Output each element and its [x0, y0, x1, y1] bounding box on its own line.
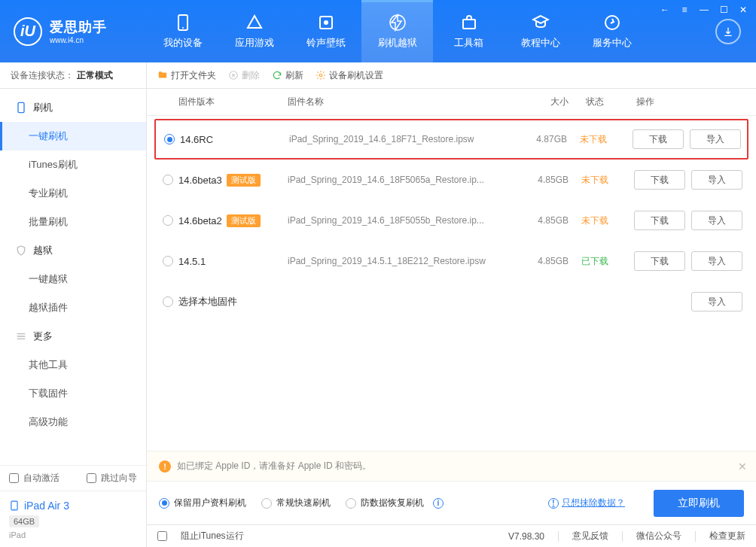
sidebar-item-label: 专业刷机 [29, 187, 68, 200]
sidebar-item[interactable]: 一键越狱 [0, 265, 146, 293]
nav-flash[interactable]: 刷机越狱 [361, 0, 433, 62]
download-circle-icon[interactable] [715, 19, 741, 44]
fw-download-button[interactable]: 下载 [634, 211, 685, 230]
block-itunes-checkbox[interactable] [157, 531, 167, 541]
minimize-icon[interactable]: — [697, 3, 711, 17]
fw-status: 未下载 [569, 214, 621, 227]
main-panel: 打开文件夹删除刷新设备刷机设置 固件版本 固件名称 大小 状态 操作 14.6R… [147, 62, 756, 547]
svg-rect-5 [463, 20, 475, 29]
th-status: 状态 [569, 96, 621, 108]
flash-option-1[interactable]: 常规快速刷机 [261, 497, 331, 509]
nav-apps[interactable]: 应用游戏 [218, 0, 290, 62]
nav-wallpaper[interactable]: 铃声壁纸 [290, 0, 361, 62]
window-controls: ← ≡ — ☐ ✕ [658, 3, 750, 17]
close-tip-icon[interactable]: ✕ [738, 460, 747, 473]
sidebar-head-0[interactable]: 刷机 [0, 93, 146, 122]
fw-import-button[interactable]: 导入 [691, 292, 742, 311]
firmware-row[interactable]: 14.6beta2测试版iPad_Spring_2019_14.6_18F505… [154, 200, 748, 241]
nav-tutorial[interactable]: 教程中心 [505, 0, 576, 62]
firmware-row[interactable]: 14.5.1iPad_Spring_2019_14.5.1_18E212_Res… [154, 241, 748, 281]
flash-options: 保留用户资料刷机常规快速刷机防数据恢复刷机i ! 只想抹除数据？ 立即刷机 [147, 481, 756, 524]
main-nav: 我的设备应用游戏铃声壁纸刷机越狱工具箱教程中心服务中心 [147, 0, 648, 62]
fw-download-button[interactable]: 下载 [634, 170, 685, 190]
beta-tag: 测试版 [227, 174, 261, 187]
back-icon[interactable]: ← [658, 3, 672, 17]
tutorial-icon [532, 14, 550, 32]
app-subtitle: www.i4.cn [50, 36, 107, 44]
sidebar-head-1[interactable]: 越狱 [0, 236, 146, 265]
radio-button[interactable] [261, 498, 272, 509]
nav-device[interactable]: 我的设备 [147, 0, 218, 62]
fw-download-button[interactable]: 下载 [633, 129, 684, 149]
fw-import-button[interactable]: 导入 [691, 211, 742, 230]
flash-now-button[interactable]: 立即刷机 [654, 490, 744, 517]
tool-label: 删除 [242, 69, 260, 82]
th-operation: 操作 [621, 96, 745, 108]
block-itunes-label: 阻止iTunes运行 [181, 530, 244, 542]
check-update-link[interactable]: 检查更新 [709, 530, 745, 542]
sidebar-item[interactable]: 一键刷机 [0, 122, 146, 150]
device-info[interactable]: iPad Air 3 64GB iPad [0, 491, 146, 547]
fw-status: 未下载 [567, 133, 620, 146]
fw-version: 14.5.1 [178, 256, 206, 267]
nav-tools[interactable]: 工具箱 [433, 0, 505, 62]
radio-button[interactable] [163, 296, 173, 307]
sidebar-item[interactable]: iTunes刷机 [0, 150, 146, 179]
radio-button[interactable] [159, 498, 169, 509]
fw-import-button[interactable]: 导入 [690, 129, 741, 149]
sidebar-item-label: 其他工具 [29, 358, 68, 372]
maximize-icon[interactable]: ☐ [717, 3, 730, 17]
svg-point-11 [319, 74, 322, 77]
option-label: 常规快速刷机 [276, 497, 331, 509]
fw-import-button[interactable]: 导入 [691, 170, 742, 190]
device-storage: 64GB [9, 515, 39, 527]
status-bar: 阻止iTunes运行 V7.98.30 意见反馈 微信公众号 检查更新 [147, 524, 756, 547]
firmware-row[interactable]: 14.6RCiPad_Spring_2019_14.6_18F71_Restor… [154, 119, 748, 160]
sidebar-item-label: 高级功能 [29, 415, 68, 429]
radio-button[interactable] [163, 175, 173, 185]
sidebar-item-label: iTunes刷机 [29, 158, 78, 172]
flash-option-2[interactable]: 防数据恢复刷机i [346, 497, 444, 509]
tool-label: 设备刷机设置 [329, 69, 383, 82]
device-type: iPad [9, 530, 137, 539]
nav-label: 教程中心 [521, 36, 560, 50]
radio-button[interactable] [164, 134, 175, 144]
radio-button[interactable] [163, 215, 173, 226]
info-icon: ! [548, 498, 559, 509]
sidebar-item[interactable]: 其他工具 [0, 351, 146, 379]
apps-icon [245, 14, 264, 32]
fw-download-button[interactable]: 下载 [634, 251, 685, 271]
close-icon[interactable]: ✕ [736, 3, 750, 17]
sidebar-head-2[interactable]: 更多 [0, 322, 146, 351]
flash-option-0[interactable]: 保留用户资料刷机 [159, 497, 246, 509]
tool-settings[interactable]: 设备刷机设置 [316, 69, 383, 82]
list-icon[interactable]: ≡ [678, 3, 691, 17]
option-label: 防数据恢复刷机 [361, 497, 424, 509]
phone-icon [15, 102, 27, 114]
feedback-link[interactable]: 意见反馈 [572, 530, 608, 542]
tool-open[interactable]: 打开文件夹 [157, 69, 216, 82]
firmware-row[interactable]: 14.6beta3测试版iPad_Spring_2019_14.6_18F506… [154, 160, 748, 200]
sidebar-item[interactable]: 专业刷机 [0, 179, 146, 208]
nav-service[interactable]: 服务中心 [576, 0, 648, 62]
nav-label: 我的设备 [163, 36, 203, 50]
sidebar-item[interactable]: 批量刷机 [0, 208, 146, 236]
sidebar-item[interactable]: 越狱插件 [0, 293, 146, 322]
erase-data-link[interactable]: ! 只想抹除数据？ [548, 497, 625, 509]
tool-refresh[interactable]: 刷新 [272, 69, 303, 82]
skip-wizard-checkbox[interactable] [87, 473, 96, 483]
sidebar: 设备连接状态： 正常模式 刷机一键刷机iTunes刷机专业刷机批量刷机越狱一键越… [0, 62, 147, 547]
firmware-row[interactable]: 选择本地固件导入 [154, 281, 748, 322]
info-icon[interactable]: i [433, 498, 444, 509]
fw-version: 14.6beta3 [178, 175, 222, 186]
radio-button[interactable] [346, 498, 356, 509]
wechat-link[interactable]: 微信公众号 [636, 530, 681, 542]
radio-button[interactable] [163, 256, 173, 266]
auto-activate-checkbox[interactable] [9, 473, 19, 483]
sidebar-item-label: 批量刷机 [29, 215, 68, 229]
sidebar-item[interactable]: 高级功能 [0, 408, 146, 436]
connection-status: 设备连接状态： 正常模式 [0, 62, 146, 89]
sidebar-item[interactable]: 下载固件 [0, 379, 146, 408]
fw-import-button[interactable]: 导入 [691, 251, 742, 271]
fw-name: iPad_Spring_2019_14.6_18F5065a_Restore.i… [288, 175, 508, 185]
